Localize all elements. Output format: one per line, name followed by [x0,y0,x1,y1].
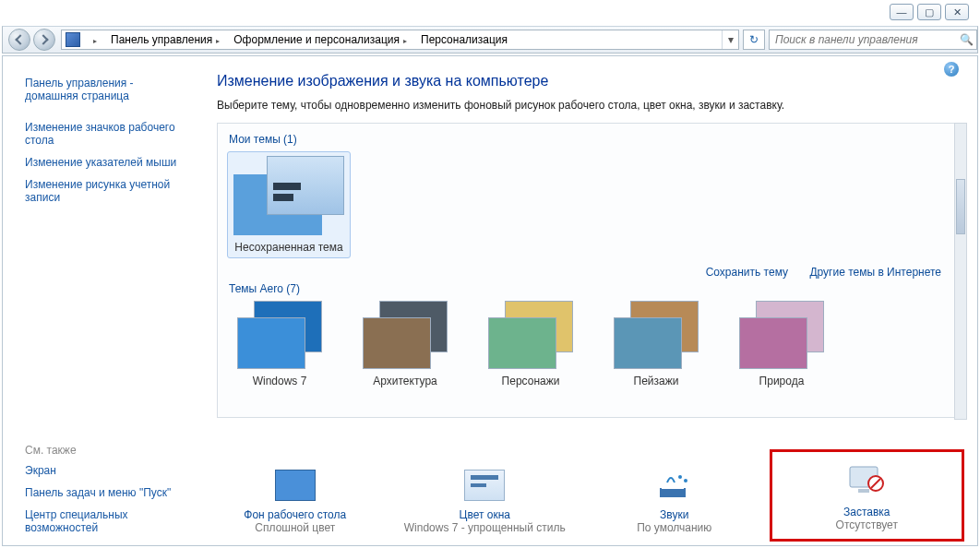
theme-caption: Персонажи [478,375,583,387]
nav-forward-button[interactable] [33,29,55,51]
nav-back-button[interactable] [8,29,30,51]
theme-item[interactable]: Windows 7 [227,301,332,387]
sounds-button[interactable]: Звуки По умолчанию [580,449,770,542]
refresh-button[interactable]: ↻ [743,30,765,50]
maximize-button[interactable]: ▢ [917,4,941,20]
theme-caption: Несохраненная тема [232,241,346,254]
minimize-button[interactable]: — [890,4,914,20]
svg-rect-5 [858,489,869,493]
theme-preview [363,301,448,369]
group-header-my-themes: Мои темы (1) [229,133,947,146]
sidebar-link[interactable]: Изменение рисунка учетной записи [25,178,182,204]
svg-point-2 [678,475,682,479]
search-input[interactable] [770,33,956,46]
bottom-settings-row: Фон рабочего стола Сплошной цвет Цвет ок… [200,449,964,542]
sidebar: Панель управления - домашняя страница Из… [3,56,200,545]
theme-caption: Архитектура [353,375,458,387]
see-also-label: См. также [25,444,182,457]
see-also-link[interactable]: Экран [25,464,182,477]
see-also-link[interactable]: Центр специальных возможностей [25,508,182,534]
desktop-background-icon [275,470,316,501]
refresh-icon: ↻ [749,33,759,46]
breadcrumb[interactable]: Персонализация [415,33,516,46]
theme-preview [488,301,573,369]
theme-item[interactable]: Природа [729,301,834,387]
search-icon: 🔍 [956,33,976,46]
search-box[interactable]: 🔍 [769,30,977,50]
theme-preview [237,301,322,369]
window-color-button[interactable]: Цвет окна Windows 7 - упрощенный стиль [390,449,580,542]
address-dropdown[interactable]: ▾ [722,30,738,49]
sidebar-link[interactable]: Изменение указателей мыши [25,156,182,169]
svg-rect-1 [662,486,684,489]
desktop-background-button[interactable]: Фон рабочего стола Сплошной цвет [200,449,390,542]
online-themes-link[interactable]: Другие темы в Интернете [809,266,941,279]
scrollbar-thumb[interactable] [956,179,965,234]
svg-rect-0 [660,488,686,497]
themes-panel: Мои темы (1) Несохраненная тема Сохранит… [217,123,955,418]
theme-item[interactable]: Архитектура [353,301,458,387]
save-theme-link[interactable]: Сохранить тему [706,266,788,279]
group-header-aero: Темы Aero (7) [229,282,947,295]
breadcrumb[interactable]: ▸ [84,33,105,46]
page-title: Изменение изображения и звука на компьют… [217,73,968,89]
theme-item[interactable]: Персонажи [478,301,583,387]
content-area: ? Изменение изображения и звука на компь… [200,56,977,545]
sounds-icon [654,470,695,501]
sidebar-link[interactable]: Изменение значков рабочего стола [25,121,182,147]
control-panel-home-link[interactable]: Панель управления - домашняя страница [25,77,182,102]
toolbar: ▸ Панель управления▸ Оформление и персон… [2,26,978,54]
theme-caption: Природа [729,375,834,387]
address-bar[interactable]: ▸ Панель управления▸ Оформление и персон… [61,30,739,50]
help-icon[interactable]: ? [944,62,959,77]
see-also-link[interactable]: Панель задач и меню "Пуск" [25,486,182,499]
theme-preview [739,301,824,369]
close-button[interactable]: ✕ [945,4,969,20]
theme-caption: Windows 7 [227,375,332,387]
page-subtitle: Выберите тему, чтобы одновременно измени… [217,99,968,112]
control-panel-icon [66,32,80,47]
screensaver-button[interactable]: Заставка Отсутствует [770,449,965,542]
theme-item[interactable]: Пейзажи [604,301,709,387]
screensaver-icon [846,463,887,498]
window-color-icon [464,470,505,501]
scrollbar[interactable] [954,123,967,420]
breadcrumb[interactable]: Панель управления▸ [105,33,228,46]
breadcrumb[interactable]: Оформление и персонализация▸ [228,33,415,46]
svg-point-3 [684,479,687,482]
theme-preview [233,156,344,235]
theme-item-unsaved[interactable]: Несохраненная тема [227,151,351,258]
theme-caption: Пейзажи [604,375,709,387]
theme-preview [614,301,699,369]
